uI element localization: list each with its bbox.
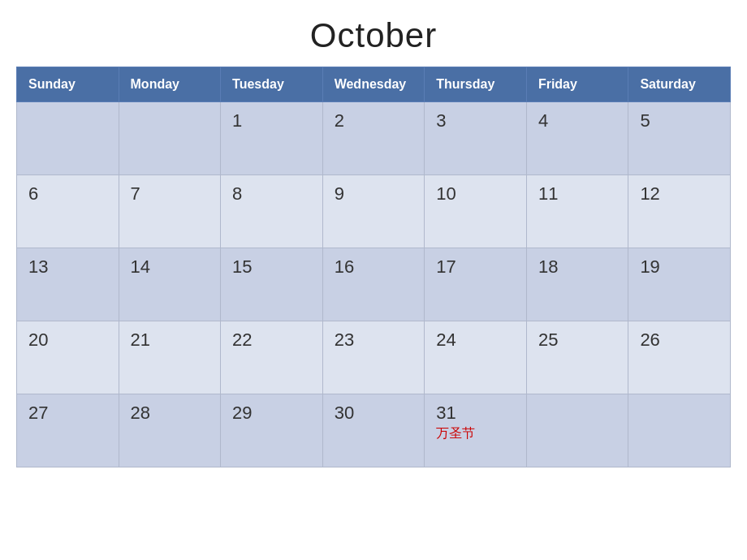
calendar-cell-w4-d6 [628, 394, 731, 467]
day-number: 25 [538, 330, 616, 351]
day-number: 7 [131, 183, 209, 205]
calendar-week-1: 6789101112 [17, 175, 731, 248]
calendar-cell-w1-d0: 6 [17, 175, 119, 248]
day-number: 4 [538, 110, 616, 131]
calendar-cell-w2-d4: 17 [425, 248, 527, 321]
day-number: 18 [538, 256, 616, 278]
day-number: 22 [232, 330, 311, 351]
calendar-cell-w3-d2: 22 [221, 321, 323, 394]
calendar-cell-w4-d3: 30 [322, 394, 425, 467]
calendar-cell-w0-d3: 2 [322, 102, 425, 175]
calendar-cell-w2-d6: 19 [628, 248, 731, 321]
day-number: 17 [436, 256, 515, 278]
calendar-cell-w3-d1: 21 [119, 321, 221, 394]
calendar-cell-w4-d1: 28 [119, 394, 221, 467]
day-number: 29 [232, 403, 311, 424]
calendar-cell-w0-d5: 4 [526, 102, 628, 175]
calendar-cell-w0-d6: 5 [628, 102, 731, 175]
day-number: 24 [436, 330, 515, 351]
day-number: 27 [28, 403, 107, 424]
calendar-cell-w4-d5 [526, 394, 628, 467]
calendar-week-4: 2728293031万圣节 [17, 394, 731, 467]
day-number: 6 [28, 183, 107, 205]
calendar-cell-w4-d4: 31万圣节 [425, 394, 527, 467]
day-number: 21 [131, 330, 209, 351]
calendar-cell-w3-d0: 20 [17, 321, 119, 394]
day-number: 16 [335, 256, 413, 278]
calendar-cell-w2-d0: 13 [17, 248, 119, 321]
calendar-title: October [310, 16, 437, 55]
calendar-cell-w3-d5: 25 [526, 321, 628, 394]
header-friday: Friday [526, 67, 628, 102]
day-number: 12 [640, 183, 719, 205]
day-number: 31 [436, 403, 515, 424]
day-number: 11 [538, 183, 616, 205]
day-number: 10 [436, 183, 515, 205]
calendar-cell-w3-d6: 26 [628, 321, 731, 394]
holiday-label: 万圣节 [436, 425, 515, 442]
calendar-week-3: 20212223242526 [17, 321, 731, 394]
header-thursday: Thursday [425, 67, 527, 102]
calendar-cell-w2-d3: 16 [322, 248, 425, 321]
day-number: 19 [640, 256, 719, 278]
calendar-cell-w2-d5: 18 [526, 248, 628, 321]
calendar-cell-w3-d3: 23 [322, 321, 425, 394]
day-number: 20 [28, 330, 107, 351]
calendar-cell-w2-d2: 15 [221, 248, 323, 321]
calendar-week-0: 12345 [17, 102, 731, 175]
calendar-cell-w4-d0: 27 [17, 394, 119, 467]
day-number: 14 [131, 256, 209, 278]
day-number: 23 [335, 330, 413, 351]
calendar-cell-w1-d3: 9 [322, 175, 425, 248]
calendar-cell-w0-d0 [17, 102, 119, 175]
day-number: 1 [232, 110, 311, 131]
calendar-cell-w1-d2: 8 [221, 175, 323, 248]
day-number: 2 [335, 110, 413, 131]
day-number: 30 [335, 403, 413, 424]
day-number: 28 [131, 403, 209, 424]
calendar-cell-w1-d1: 7 [119, 175, 221, 248]
calendar-cell-w2-d1: 14 [119, 248, 221, 321]
calendar-cell-w1-d4: 10 [425, 175, 527, 248]
calendar-cell-w1-d5: 11 [526, 175, 628, 248]
calendar-table: SundayMondayTuesdayWednesdayThursdayFrid… [16, 67, 731, 467]
calendar-week-2: 13141516171819 [17, 248, 731, 321]
header-monday: Monday [119, 67, 221, 102]
calendar-header-row: SundayMondayTuesdayWednesdayThursdayFrid… [17, 67, 731, 102]
day-number: 8 [232, 183, 311, 205]
header-sunday: Sunday [17, 67, 119, 102]
calendar-cell-w1-d6: 12 [628, 175, 731, 248]
header-saturday: Saturday [628, 67, 731, 102]
calendar-cell-w4-d2: 29 [221, 394, 323, 467]
day-number: 5 [640, 110, 719, 131]
calendar-cell-w0-d2: 1 [221, 102, 323, 175]
day-number: 26 [640, 330, 719, 351]
header-wednesday: Wednesday [322, 67, 425, 102]
header-tuesday: Tuesday [221, 67, 323, 102]
calendar-cell-w0-d4: 3 [425, 102, 527, 175]
calendar-cell-w0-d1 [119, 102, 221, 175]
calendar-cell-w3-d4: 24 [425, 321, 527, 394]
calendar-body: 1234567891011121314151617181920212223242… [17, 102, 731, 467]
day-number: 9 [335, 183, 413, 205]
day-number: 15 [232, 256, 311, 278]
day-number: 13 [28, 256, 107, 278]
day-number: 3 [436, 110, 515, 131]
